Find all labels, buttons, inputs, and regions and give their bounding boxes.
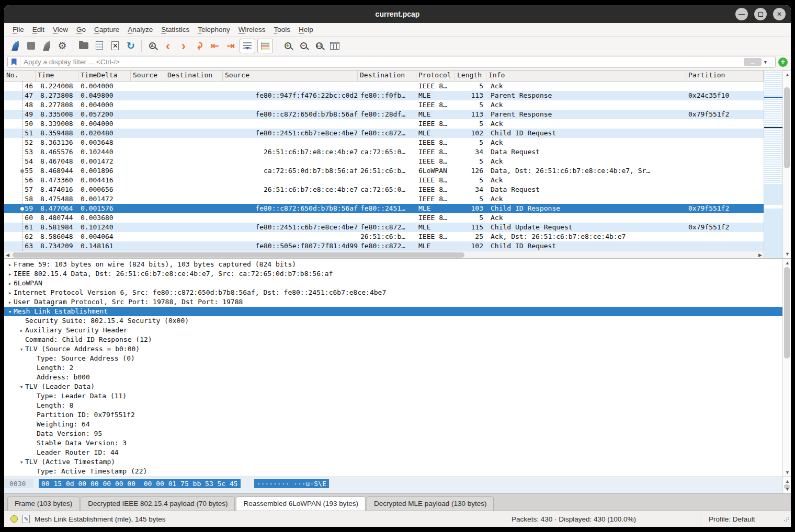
hex-bytes-highlighted[interactable]: 00 15 0d 00 00 00 00 00 00 00 01 75 bb 5… <box>39 479 241 488</box>
detail-line[interactable]: Length: 8 <box>4 476 782 477</box>
column-header-destination[interactable]: Destination <box>358 71 416 81</box>
detail-line[interactable]: ▾TLV (Active Timestamp) <box>4 457 782 467</box>
packet-row-60[interactable]: 608.4807440.003680IEEE 8…5Ack <box>4 213 764 223</box>
tree-expanded-icon[interactable]: ▾ <box>18 345 25 354</box>
detail-line[interactable]: Stable Data Version: 3 <box>4 438 782 448</box>
packet-row-51[interactable]: 518.3594880.020480fe80::2451:c6b7:e8ce:4… <box>4 129 764 138</box>
start-capture-button[interactable] <box>7 38 23 54</box>
menu-tools[interactable]: Tools <box>270 24 295 36</box>
scroll-up-icon[interactable]: ▲ <box>785 71 790 78</box>
detail-line[interactable]: Partition ID: 0x79f551f2 <box>4 410 782 420</box>
save-file-button[interactable] <box>92 38 107 54</box>
tree-expanded-icon[interactable]: ▾ <box>6 307 14 317</box>
menu-statistics[interactable]: Statistics <box>157 24 194 36</box>
filter-bookmark-button[interactable] <box>8 56 20 67</box>
hex-ascii-highlighted[interactable]: ········ ···u·S\E <box>254 479 329 488</box>
menu-view[interactable]: View <box>49 24 72 36</box>
zoom-out-button[interactable]: − <box>296 38 311 54</box>
detail-line[interactable]: Command: Child ID Response (12) <box>4 335 782 344</box>
detail-line[interactable]: Weighting: 64 <box>4 420 782 429</box>
detail-line[interactable]: Security Suite: 802.15.4 Security (0x00) <box>4 316 782 326</box>
tree-collapsed-icon[interactable]: ▸ <box>6 270 14 279</box>
byteview-tab[interactable]: Reassembled 6LoWPAN (193 bytes) <box>236 496 366 511</box>
packet-row-56[interactable]: 568.4733600.004416IEEE 8…5Ack <box>4 176 764 185</box>
menu-wireless[interactable]: Wireless <box>234 24 270 36</box>
profile-text[interactable]: Profile: Default <box>700 513 783 526</box>
reload-button[interactable]: ↻ <box>123 38 139 54</box>
packet-row-48[interactable]: 488.2778080.004000IEEE 8…5Ack <box>4 100 764 110</box>
packet-list-vscrollbar[interactable]: ▲ ▼ <box>782 71 791 258</box>
details-vscrollbar[interactable]: ▲ ▼ <box>782 259 791 477</box>
column-header-destination[interactable]: Destination <box>165 71 223 81</box>
packet-row-63[interactable]: 638.7342090.148161fe80::505e:f807:7f81:4… <box>4 241 764 251</box>
column-header-timedelta[interactable]: TimeDelta <box>78 71 131 81</box>
detail-line[interactable]: Length: 8 <box>4 401 782 410</box>
close-icon[interactable]: ✕ <box>773 8 786 20</box>
detail-line[interactable]: Type: Source Address (0) <box>4 354 782 363</box>
packet-row-61[interactable]: 618.5819840.101240fe80::2451:c6b7:e8ce:4… <box>4 223 764 232</box>
scroll-left-icon[interactable]: ◀ <box>6 251 9 259</box>
detail-line[interactable]: ▸6LoWPAN <box>4 279 782 288</box>
capture-comment-icon[interactable]: ✎ <box>22 515 30 523</box>
detail-line[interactable]: Type: Active Timestamp (22) <box>4 467 782 476</box>
packet-row-50[interactable]: 508.3390080.004000IEEE 8…5Ack <box>4 119 764 129</box>
scroll-up-icon[interactable]: ▲ <box>785 478 790 485</box>
packet-list-hscrollbar[interactable]: ◀ ▶ <box>4 251 764 258</box>
resize-columns-button[interactable] <box>327 38 343 54</box>
packet-row-62[interactable]: 628.5860480.00406426:51:c6:b…IEEE 8…25Ac… <box>4 232 764 241</box>
menu-analyze[interactable]: Analyze <box>123 24 157 36</box>
hscrollbar-thumb[interactable] <box>13 252 464 258</box>
menu-go[interactable]: Go <box>72 24 90 36</box>
packet-row-53[interactable]: 538.4655760.10244026:51:c6:b7:e8:ce:4b:e… <box>4 147 764 157</box>
open-file-button[interactable] <box>76 38 92 54</box>
scroll-down-icon[interactable]: ▼ <box>785 485 790 493</box>
capture-options-button[interactable]: ⚙ <box>54 38 70 54</box>
detail-line[interactable]: ▸IEEE 802.15.4 Data, Dst: 26:51:c6:b7:e8… <box>4 269 782 279</box>
maximize-icon[interactable] <box>754 8 767 20</box>
add-filter-button[interactable]: + <box>778 57 788 67</box>
tree-expanded-icon[interactable]: ▾ <box>18 383 25 392</box>
auto-scroll-button[interactable] <box>240 39 255 53</box>
restart-capture-button[interactable] <box>39 38 54 54</box>
detail-line[interactable]: ▸Auxiliary Security Header <box>4 326 782 335</box>
scroll-right-icon[interactable]: ▶ <box>758 251 762 259</box>
detail-line[interactable]: Length: 2 <box>4 363 782 373</box>
expert-info-icon[interactable] <box>10 515 18 523</box>
scroll-down-icon[interactable]: ▼ <box>785 250 790 258</box>
packet-row-55[interactable]: 558.4689440.001896ca:72:65:0d:b7:b8:56:a… <box>4 166 764 176</box>
detail-line[interactable]: Leader Router ID: 44 <box>4 448 782 457</box>
column-header-source[interactable]: Source <box>131 71 165 81</box>
display-filter-input[interactable] <box>20 58 744 66</box>
tree-collapsed-icon[interactable]: ▸ <box>6 260 14 270</box>
byteview-tab[interactable]: Decrypted IEEE 802.15.4 payload (70 byte… <box>81 496 235 511</box>
column-header-protocol[interactable]: Protocol <box>416 71 455 81</box>
column-header-partition[interactable]: Partition <box>686 71 764 81</box>
detail-line[interactable]: ▸Internet Protocol Version 6, Src: fe80:… <box>4 288 782 297</box>
packet-row-54[interactable]: 548.4670480.001472IEEE 8…5Ack <box>4 157 764 166</box>
zoom-in-button[interactable]: + <box>280 38 296 54</box>
find-packet-button[interactable]: A <box>144 38 160 54</box>
column-header-time[interactable]: Time <box>36 71 78 81</box>
vscrollbar-thumb[interactable] <box>784 267 790 358</box>
go-to-packet-button[interactable]: ↷ <box>191 38 207 54</box>
menu-file[interactable]: File <box>8 24 28 36</box>
apply-filter-arrow-icon[interactable]: → <box>744 58 762 66</box>
resize-grip[interactable] <box>783 516 789 522</box>
scroll-down-icon[interactable]: ▼ <box>785 469 790 476</box>
stop-capture-button[interactable] <box>23 38 39 54</box>
tree-collapsed-icon[interactable]: ▸ <box>6 298 14 307</box>
first-packet-button[interactable]: ⇤ <box>207 38 223 54</box>
colorize-button[interactable] <box>257 39 273 53</box>
packet-row-49[interactable]: 498.3350080.057200fe80::c872:650d:b7b8:5… <box>4 110 764 119</box>
packet-row-47[interactable]: 478.2738080.049800fe80::947f:f476:22bc:c… <box>4 91 764 100</box>
filter-dropdown-caret-icon[interactable]: ▼ <box>763 60 768 65</box>
tree-expanded-icon[interactable]: ▾ <box>18 458 25 467</box>
detail-line[interactable]: Type: Leader Data (11) <box>4 391 782 401</box>
hex-dump-line[interactable]: 003000 15 0d 00 00 00 00 00 00 00 01 75 … <box>4 477 782 493</box>
last-packet-button[interactable]: ⇥ <box>223 38 238 54</box>
detail-line[interactable]: ▸Frame 59: 103 bytes on wire (824 bits),… <box>4 260 782 269</box>
packet-row-52[interactable]: 528.3631360.003648IEEE 8…5Ack <box>4 138 764 147</box>
detail-line[interactable]: ▾TLV (Source Address = b0:00) <box>4 344 782 354</box>
packet-row-59[interactable]: 598.4770640.001576fe80::c872:650d:b7b8:5… <box>4 204 764 213</box>
go-back-button[interactable]: ‹ <box>160 38 176 54</box>
